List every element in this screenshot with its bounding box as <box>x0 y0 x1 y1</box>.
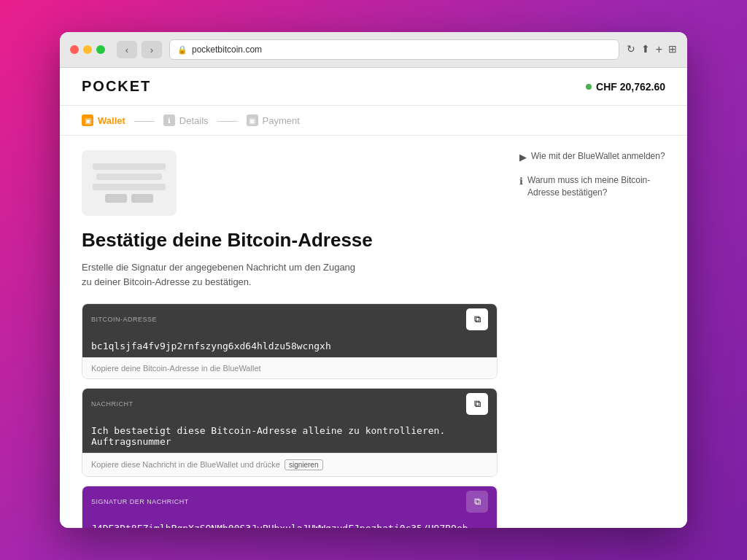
browser-controls: ‹ › <box>117 41 162 58</box>
message-box-label: NACHRICHT <box>91 400 133 408</box>
payment-step-label: Payment <box>263 115 300 126</box>
sidebar-link-2-icon: ℹ <box>519 175 523 188</box>
page-title: Bestätige deine Bitcoin-Adresse <box>82 229 498 252</box>
payment-step-icon: ▣ <box>247 114 258 126</box>
details-step-icon: ℹ <box>163 114 175 126</box>
illu-row-2 <box>96 174 162 180</box>
page-content: POCKET CHF 20,762.60 ▣ Wallet —— ℹ Detai… <box>60 68 687 528</box>
illu-row-1 <box>93 163 166 170</box>
back-button[interactable]: ‹ <box>117 41 137 58</box>
sidebar-link-bluewallet[interactable]: ▶ Wie mit der BlueWallet anmelden? <box>519 150 665 164</box>
browser-chrome: ‹ › 🔒 pocketbitcoin.com ↻ ⬆ + ⊞ <box>60 32 687 68</box>
signature-box: SIGNATUR DER NACHRICHT ⧉ J4DE3Dt8FZimlhP… <box>82 486 498 528</box>
traffic-light-yellow[interactable] <box>83 45 92 54</box>
address-box: BITCOIN-ADRESSE ⧉ bc1qlsjfa4fv9jp2rnfszy… <box>82 303 498 379</box>
details-step-label: Details <box>179 115 209 126</box>
traffic-light-green[interactable] <box>96 45 105 54</box>
wallet-illustration <box>82 150 177 216</box>
main-layout: Bestätige deine Bitcoin-Adresse Erstelle… <box>60 136 687 528</box>
sidebar-link-2-text: Warum muss ich meine Bitcoin-Adresse bes… <box>527 174 665 199</box>
message-box: NACHRICHT ⧉ Ich bestaetigt diese Bitcoin… <box>82 388 498 477</box>
traffic-lights <box>70 45 105 54</box>
message-box-header: NACHRICHT ⧉ <box>82 389 497 419</box>
page-subtitle: Erstelle die Signatur der angegebenen Na… <box>82 260 359 289</box>
step-payment[interactable]: ▣ Payment <box>247 114 300 126</box>
url-text: pocketbitcoin.com <box>192 44 262 55</box>
wallet-step-icon: ▣ <box>82 114 93 126</box>
add-tab-icon[interactable]: + <box>656 43 662 56</box>
browser-window: ‹ › 🔒 pocketbitcoin.com ↻ ⬆ + ⊞ POCKET C… <box>60 32 687 528</box>
browser-actions: ↻ ⬆ + ⊞ <box>627 43 677 56</box>
address-box-hint: Kopiere deine Bitcoin-Adresse in die Blu… <box>82 357 497 378</box>
step-divider-2: —— <box>217 114 238 126</box>
forward-button[interactable]: › <box>142 41 162 58</box>
message-box-value: Ich bestaetigt diese Bitcoin-Adresse all… <box>82 419 497 453</box>
content-area: Bestätige deine Bitcoin-Adresse Erstelle… <box>82 150 498 528</box>
address-box-label: BITCOIN-ADRESSE <box>91 316 157 323</box>
illu-btn-1 <box>105 194 127 203</box>
sidebar-link-1-text: Wie mit der BlueWallet anmelden? <box>531 150 665 163</box>
signieren-badge: signieren <box>285 459 323 470</box>
top-bar: POCKET CHF 20,762.60 <box>60 68 687 106</box>
lock-icon: 🔒 <box>177 45 187 55</box>
traffic-light-red[interactable] <box>70 45 79 54</box>
illu-btn-2 <box>131 194 153 203</box>
step-divider-1: —— <box>134 114 155 126</box>
balance-value: CHF 20,762.60 <box>596 81 665 93</box>
balance-status-dot <box>586 84 592 90</box>
step-details[interactable]: ℹ Details <box>163 114 209 126</box>
wallet-step-label: Wallet <box>98 115 125 126</box>
signature-box-label: SIGNATUR DER NACHRICHT <box>91 498 189 505</box>
step-wallet[interactable]: ▣ Wallet <box>82 114 125 126</box>
share-icon[interactable]: ⬆ <box>641 43 650 56</box>
message-copy-button[interactable]: ⧉ <box>466 393 488 415</box>
balance-display: CHF 20,762.60 <box>586 81 665 93</box>
address-box-value: bc1qlsjfa4fv9jp2rnfszyng6xd64hldzu58wcng… <box>82 335 497 357</box>
sidebar-area: ▶ Wie mit der BlueWallet anmelden? ℹ War… <box>519 150 665 528</box>
address-copy-button[interactable]: ⧉ <box>466 308 488 330</box>
illu-row-3 <box>93 184 166 190</box>
steps-bar: ▣ Wallet —— ℹ Details —— ▣ Payment <box>60 106 687 136</box>
sidebar-link-1-icon: ▶ <box>519 151 527 164</box>
signature-box-header: SIGNATUR DER NACHRICHT ⧉ <box>82 486 497 517</box>
sidebar-link-why-confirm[interactable]: ℹ Warum muss ich meine Bitcoin-Adresse b… <box>519 174 665 199</box>
signature-copy-button[interactable]: ⧉ <box>466 491 488 513</box>
reload-icon[interactable]: ↻ <box>627 43 635 56</box>
address-bar[interactable]: 🔒 pocketbitcoin.com <box>169 39 619 60</box>
message-box-hint: Kopiere diese Nachricht in die BlueWalle… <box>82 453 497 476</box>
signature-box-value[interactable]: J4DE3Dt8FZimlhPqpXzSONMh00S3JvPUbxulaJHW… <box>82 517 497 528</box>
logo: POCKET <box>82 78 151 95</box>
grid-icon[interactable]: ⊞ <box>668 43 677 56</box>
address-box-header: BITCOIN-ADRESSE ⧉ <box>82 304 497 335</box>
illu-buttons <box>105 194 153 203</box>
message-hint-prefix: Kopiere diese Nachricht in die BlueWalle… <box>91 460 280 469</box>
